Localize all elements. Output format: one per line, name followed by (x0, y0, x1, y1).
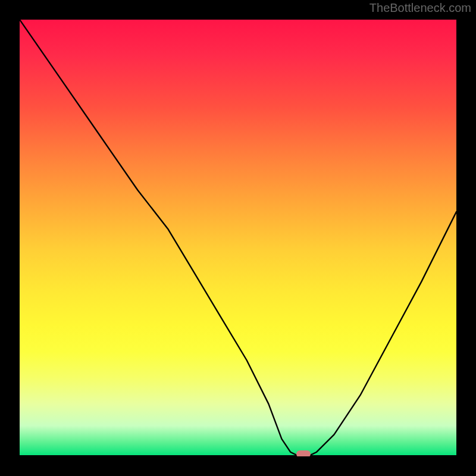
baseline (20, 455, 456, 456)
optimal-marker (296, 450, 311, 456)
bottleneck-curve (20, 20, 456, 456)
plot-area (20, 20, 456, 456)
watermark-text: TheBottleneck.com (369, 1, 471, 15)
